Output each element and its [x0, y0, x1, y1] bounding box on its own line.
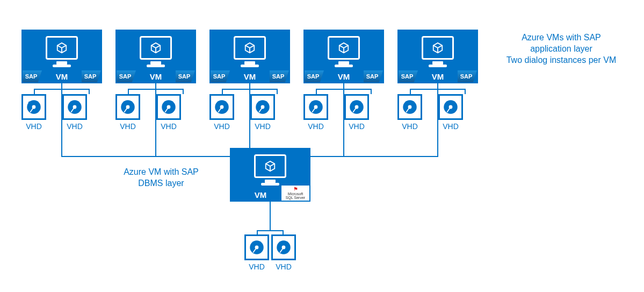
vhd-item: VHD — [156, 94, 181, 131]
sap-badge-icon: SAP — [399, 70, 418, 82]
connector — [222, 89, 278, 90]
connector — [316, 89, 372, 90]
vhd-label: VHD — [214, 122, 230, 131]
connector — [34, 89, 90, 90]
annotation-line: Two dialog instances per VM — [500, 55, 623, 66]
vhd-label: VHD — [161, 122, 177, 131]
disk-icon — [303, 94, 328, 120]
sql-server-badge-icon: ⚑ Microsoft SQL Server — [281, 186, 309, 201]
vhd-label: VHD — [67, 122, 83, 131]
vm-label: VM — [338, 72, 350, 81]
connector — [257, 230, 284, 231]
connector — [89, 89, 90, 94]
vhd-label: VHD — [276, 262, 292, 271]
vhd-item: VHD — [438, 94, 463, 131]
disk-icon — [209, 94, 234, 120]
vm-label: VM — [244, 72, 256, 81]
vhd-label: VHD — [402, 122, 418, 131]
vhd-label: VHD — [308, 122, 324, 131]
vhd-label: VHD — [349, 122, 365, 131]
vhd-label: VHD — [443, 122, 459, 131]
cube-icon — [432, 42, 444, 54]
sap-badge-icon: SAP — [364, 70, 383, 82]
vhd-item: VHD — [209, 94, 234, 131]
db-vm: VM ⚑ Microsoft SQL Server — [230, 148, 310, 202]
sap-badge-icon: SAP — [270, 70, 289, 82]
connector — [34, 89, 35, 94]
connector — [465, 89, 466, 94]
monitor-icon — [328, 36, 360, 60]
connector — [270, 202, 271, 231]
sap-badge-icon: SAP — [458, 70, 477, 82]
vm-label: VM — [255, 190, 267, 200]
connector — [183, 89, 184, 94]
monitor-icon — [46, 36, 78, 60]
sap-badge-icon: SAP — [305, 70, 324, 82]
vhd-group: VHD VHD — [21, 94, 87, 131]
annotation-app-layer: Azure VMs with SAP application layer Two… — [500, 32, 623, 66]
sql-label-bottom: SQL Server — [286, 196, 305, 200]
monitor-icon — [254, 154, 286, 178]
app-vm-4: SAP VM SAP — [303, 30, 384, 83]
sql-label-top: Microsoft — [288, 192, 303, 196]
annotation-dbms-layer: Azure VM with SAP DBMS layer — [113, 167, 209, 189]
connector — [371, 89, 372, 94]
disk-icon — [244, 234, 269, 260]
vhd-label: VHD — [255, 122, 271, 131]
app-vm-3: SAP VM SAP — [209, 30, 290, 83]
connector — [277, 89, 278, 94]
svg-point-3 — [28, 102, 30, 103]
vhd-label: VHD — [26, 122, 42, 131]
cube-icon — [264, 160, 276, 172]
vhd-group: VHD VHD — [303, 94, 369, 131]
sap-badge-icon: SAP — [176, 70, 195, 82]
flag-icon: ⚑ — [293, 187, 298, 192]
disk-icon — [21, 94, 46, 120]
connector — [128, 89, 129, 94]
monitor-icon — [422, 36, 454, 60]
vm-label: VM — [56, 72, 68, 81]
annotation-line: Azure VMs with SAP — [500, 32, 623, 44]
vhd-group: VHD VHD — [397, 94, 463, 131]
vhd-item: VHD — [244, 234, 269, 271]
connector — [128, 89, 184, 90]
cube-icon — [150, 42, 162, 54]
connector — [283, 230, 284, 234]
vhd-label: VHD — [120, 122, 136, 131]
sap-badge-icon: SAP — [82, 70, 101, 82]
vm-label: VM — [432, 72, 444, 81]
connector — [410, 89, 466, 90]
disk-icon — [344, 94, 369, 120]
cube-icon — [338, 42, 350, 54]
disk-icon — [271, 234, 296, 260]
sap-badge-icon: SAP — [211, 70, 230, 82]
db-vhd-group: VHD VHD — [244, 234, 296, 271]
monitor-icon — [234, 36, 266, 60]
connector — [257, 230, 258, 234]
sap-badge-icon: SAP — [23, 70, 42, 82]
connector — [410, 89, 411, 94]
vhd-item: VHD — [397, 94, 422, 131]
vhd-group: VHD VHD — [209, 94, 275, 131]
monitor-icon — [140, 36, 172, 60]
disk-icon — [397, 94, 422, 120]
vhd-group: VHD VHD — [115, 94, 181, 131]
disk-icon — [156, 94, 181, 120]
disk-icon — [438, 94, 463, 120]
app-vm-2: SAP VM SAP — [115, 30, 196, 83]
connector — [222, 89, 223, 94]
disk-icon — [115, 94, 140, 120]
vhd-item: VHD — [344, 94, 369, 131]
vhd-item: VHD — [115, 94, 140, 131]
disk-icon — [250, 94, 275, 120]
cube-icon — [56, 42, 68, 54]
vm-label: VM — [150, 72, 162, 81]
connector — [316, 89, 317, 94]
vhd-label: VHD — [249, 262, 265, 271]
vhd-item: VHD — [303, 94, 328, 131]
diagram-canvas: SAP VM SAP SAP VM SAP SAP VM SAP SAP VM … — [0, 0, 644, 292]
vhd-item: VHD — [62, 94, 87, 131]
annotation-line: Azure VM with SAP — [113, 167, 209, 178]
vhd-item: VHD — [21, 94, 46, 131]
disk-icon — [62, 94, 87, 120]
